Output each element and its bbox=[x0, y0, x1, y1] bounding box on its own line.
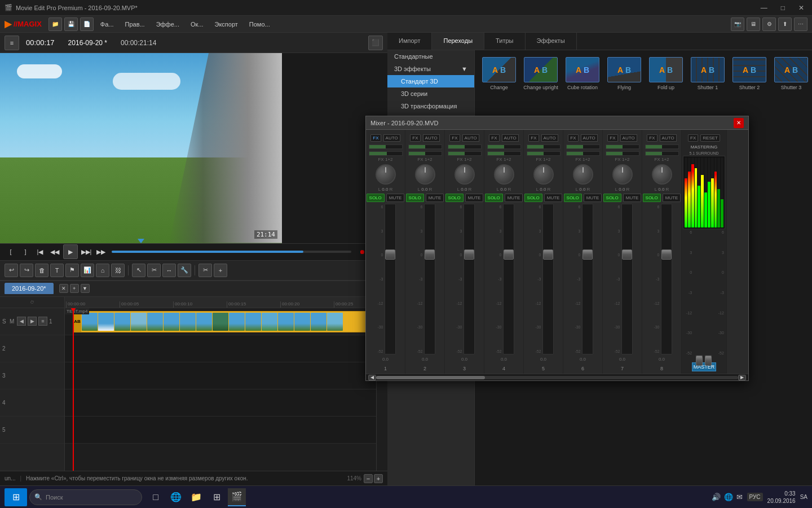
ch8-auto-btn[interactable]: AUTO bbox=[660, 134, 677, 142]
ch1-solo-btn[interactable]: SOLO bbox=[367, 194, 385, 202]
ch7-pan-knob[interactable] bbox=[612, 164, 633, 185]
master-handle-r[interactable] bbox=[705, 356, 712, 366]
expand-preview[interactable]: ⬛ bbox=[368, 36, 383, 50]
ch8-fader-track[interactable] bbox=[661, 204, 672, 354]
ch2-fader-handle[interactable] bbox=[425, 249, 435, 260]
ch5-mute-btn[interactable]: MUTE bbox=[544, 194, 563, 202]
tab-transitions[interactable]: Переходы bbox=[432, 33, 484, 50]
ch2-eq1[interactable] bbox=[408, 144, 442, 149]
ch4-solo-btn[interactable]: SOLO bbox=[485, 194, 503, 202]
master-fader-l[interactable] bbox=[695, 355, 703, 356]
ch4-fader-handle[interactable] bbox=[504, 249, 514, 260]
tab-effects[interactable]: Эффекты bbox=[526, 33, 577, 50]
marker-button[interactable]: ⚑ bbox=[65, 264, 79, 277]
master-reset-btn[interactable]: RESET bbox=[700, 134, 720, 142]
tab-import[interactable]: Импорт bbox=[387, 33, 432, 50]
text-button[interactable]: T bbox=[50, 264, 64, 277]
wrench-button[interactable]: 🔧 bbox=[178, 264, 191, 277]
split-button[interactable]: ✂ bbox=[198, 264, 212, 277]
menu-fa[interactable]: Фа... bbox=[96, 19, 118, 30]
tray-icon-2[interactable]: 🌐 bbox=[724, 493, 733, 501]
transition-change-upright[interactable]: A B Change upright bbox=[521, 55, 561, 93]
ch8-fader-handle[interactable] bbox=[661, 249, 672, 260]
minimize-button[interactable]: — bbox=[757, 3, 771, 13]
ch3-fader-handle[interactable] bbox=[464, 249, 474, 260]
effects-standard[interactable]: Стандартные bbox=[387, 50, 474, 63]
ch4-auto-btn[interactable]: AUTO bbox=[502, 134, 519, 142]
menu-effe[interactable]: Эффе... bbox=[152, 19, 184, 30]
ch4-eq2[interactable] bbox=[487, 151, 521, 156]
master-fx-btn[interactable]: FX bbox=[688, 134, 698, 142]
ch2-auto-btn[interactable]: AUTO bbox=[423, 134, 440, 142]
ch3-auto-btn[interactable]: AUTO bbox=[462, 134, 479, 142]
master-handle-l[interactable] bbox=[696, 356, 703, 366]
ch2-eq2[interactable] bbox=[408, 151, 442, 156]
ch8-eq1[interactable] bbox=[645, 144, 679, 149]
taskbar-icon-edge[interactable]: 🌐 bbox=[167, 488, 185, 506]
monitor-icon[interactable]: 🖥 bbox=[747, 17, 760, 31]
ch8-eq2[interactable] bbox=[645, 151, 679, 156]
open-button[interactable]: 📁 bbox=[48, 17, 62, 31]
mixer-close-button[interactable]: ✕ bbox=[734, 118, 744, 128]
taskbar-icon-cortana[interactable]: □ bbox=[147, 488, 165, 506]
ch3-eq2[interactable] bbox=[448, 151, 482, 156]
transition-cube-rotation[interactable]: A B Cube rotation bbox=[563, 55, 602, 93]
cam-icon[interactable]: 📷 bbox=[731, 17, 744, 31]
prev-frame-button[interactable]: |◀ bbox=[34, 246, 46, 258]
ch3-eq1[interactable] bbox=[448, 144, 482, 149]
tab-add[interactable]: + bbox=[70, 284, 79, 293]
ch5-pan-knob[interactable] bbox=[533, 164, 554, 185]
taskbar-icon-windows[interactable]: ⊞ bbox=[208, 488, 226, 506]
razor-button[interactable]: ✂ bbox=[147, 264, 161, 277]
track-clip-1[interactable]: AB bbox=[73, 311, 370, 332]
ch1-pan-knob[interactable] bbox=[376, 164, 396, 185]
next-frame-button[interactable]: ▶▶ bbox=[95, 246, 107, 258]
stretch-button[interactable]: ↔ bbox=[162, 264, 176, 277]
ch6-mute-btn[interactable]: MUTE bbox=[584, 194, 602, 202]
new-button[interactable]: 📄 bbox=[80, 17, 94, 31]
transition-shutter3[interactable]: A B Shutter 3 bbox=[771, 55, 811, 93]
ch3-fx-btn[interactable]: FX bbox=[449, 134, 460, 142]
effects-3d-standard[interactable]: Стандарт 3D bbox=[387, 75, 474, 87]
ch1-fader-track[interactable] bbox=[385, 204, 396, 354]
ch7-fx-btn[interactable]: FX bbox=[607, 134, 617, 142]
mixer-scroll-right[interactable]: ▶ bbox=[738, 375, 746, 380]
redo-button[interactable]: ↪ bbox=[20, 264, 33, 277]
ch4-eq1[interactable] bbox=[487, 144, 521, 149]
ch6-pan-knob[interactable] bbox=[573, 164, 593, 185]
ch5-eq2[interactable] bbox=[527, 151, 561, 156]
ch4-mute-btn[interactable]: MUTE bbox=[505, 194, 523, 202]
ch3-fader-track[interactable] bbox=[464, 204, 475, 354]
ch6-auto-btn[interactable]: AUTO bbox=[581, 134, 598, 142]
ch1-eq2[interactable] bbox=[369, 151, 403, 156]
ch5-auto-btn[interactable]: AUTO bbox=[541, 134, 558, 142]
ch1-eq1[interactable] bbox=[369, 144, 403, 149]
tab-titles[interactable]: Титры bbox=[484, 33, 525, 50]
link-button[interactable]: ⛓ bbox=[111, 264, 125, 277]
ch7-eq1[interactable] bbox=[606, 144, 639, 149]
mark-in-button[interactable]: [ bbox=[5, 246, 17, 258]
undo-button[interactable]: ↩ bbox=[5, 264, 18, 277]
ch8-fx-btn[interactable]: FX bbox=[647, 134, 657, 142]
ch6-fader-track[interactable] bbox=[582, 204, 593, 354]
ch1-fx-btn[interactable]: FX bbox=[370, 134, 381, 142]
ch7-mute-btn[interactable]: MUTE bbox=[623, 194, 642, 202]
ch3-solo-btn[interactable]: SOLO bbox=[445, 194, 464, 202]
upload-icon[interactable]: ⬆ bbox=[778, 17, 792, 31]
settings-icon[interactable]: ⚙ bbox=[762, 17, 776, 31]
cursor-button[interactable]: ↖ bbox=[132, 264, 145, 277]
window-controls[interactable]: — □ ✕ bbox=[757, 3, 807, 13]
effects-3d-expand[interactable]: 3D эффекты ▼ bbox=[387, 63, 474, 75]
chart-button[interactable]: 📊 bbox=[81, 264, 94, 277]
close-button[interactable]: ✕ bbox=[795, 3, 807, 13]
menu-help[interactable]: Помо... bbox=[245, 19, 275, 30]
delete-button[interactable]: 🗑 bbox=[35, 264, 48, 277]
mark-out-button[interactable]: ] bbox=[19, 246, 32, 258]
menu-prav[interactable]: Прав... bbox=[121, 19, 149, 30]
ch4-fx-btn[interactable]: FX bbox=[489, 134, 499, 142]
ch6-eq2[interactable] bbox=[566, 151, 600, 156]
ch2-fx-btn[interactable]: FX bbox=[410, 134, 420, 142]
mixer-scroll-left[interactable]: ◀ bbox=[368, 375, 376, 380]
ch2-pan-knob[interactable] bbox=[415, 164, 435, 185]
ch5-fader-track[interactable] bbox=[542, 204, 554, 354]
